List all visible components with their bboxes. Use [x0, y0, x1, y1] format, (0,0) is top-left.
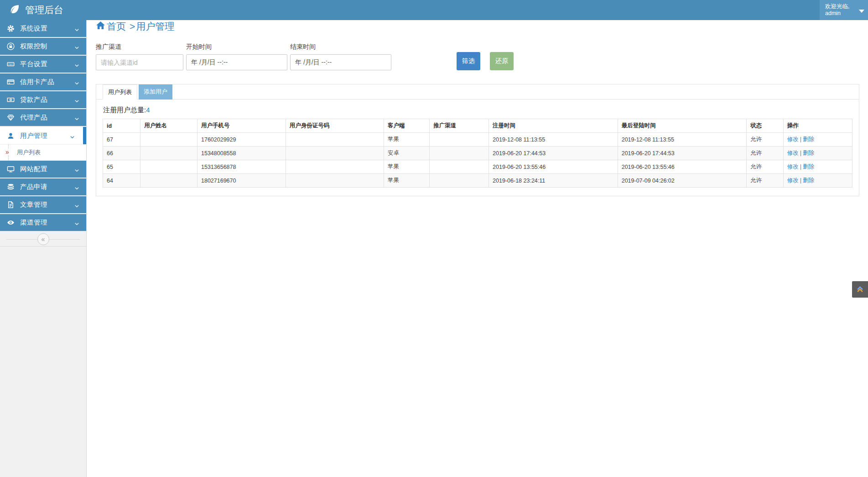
scroll-top-button[interactable]	[852, 281, 868, 298]
edit-link[interactable]: 修改	[787, 163, 799, 170]
table-row: 66 15348008558 安卓 2019-06-20 17:44:53 20…	[103, 147, 852, 160]
top-header: 管理后台 欢迎光临, admin	[0, 0, 868, 20]
gear-icon	[7, 25, 15, 32]
edit-link[interactable]: 修改	[787, 136, 799, 142]
chevron-down-icon	[74, 44, 79, 49]
sidebar-item-product-application[interactable]: 产品申请	[0, 178, 86, 196]
breadcrumb-current: 用户管理	[136, 20, 174, 33]
col-actions: 操作	[783, 119, 852, 133]
database-icon	[7, 183, 15, 191]
start-time-field-group: 开始时间	[186, 43, 287, 70]
tab-user-list[interactable]: 用户列表	[103, 84, 137, 100]
sidebar-collapse-strip: «	[0, 232, 86, 246]
chevron-down-icon	[74, 220, 79, 225]
user-icon	[7, 132, 15, 140]
sidebar: 系统设置 权限控制 平台设置 信用卡产品 贷款产品 代理产品	[0, 20, 87, 477]
leaf-logo-icon	[9, 4, 20, 17]
chevron-up-icon	[856, 284, 864, 295]
delete-link[interactable]: 删除	[803, 136, 814, 142]
brand: 管理后台	[0, 0, 63, 20]
sidebar-item-channel-management[interactable]: 渠道管理	[0, 214, 86, 232]
sidebar-subitem-user-list[interactable]: » 用户列表	[0, 145, 86, 161]
active-item-indicator	[83, 127, 86, 144]
delete-link[interactable]: 删除	[803, 163, 814, 170]
edit-link[interactable]: 修改	[787, 150, 799, 156]
col-status: 状态	[747, 119, 784, 133]
reset-button[interactable]: 还原	[490, 52, 514, 70]
table-header-row: id 用户姓名 用户手机号 用户身份证号码 客户端 推广渠道 注册时间 最后登陆…	[103, 119, 852, 133]
channel-input[interactable]	[96, 54, 183, 70]
breadcrumb-home-link[interactable]: 首页	[107, 20, 126, 33]
user-menu[interactable]: 欢迎光临, admin	[820, 0, 868, 20]
delete-link[interactable]: 删除	[803, 177, 814, 183]
tab-strip: 用户列表 添加用户	[96, 84, 859, 100]
chevron-down-icon	[74, 115, 79, 120]
username: admin	[825, 10, 859, 17]
filter-button[interactable]: 筛选	[457, 52, 480, 70]
end-time-field-group: 结束时间	[290, 43, 391, 70]
chevron-down-icon	[74, 167, 79, 172]
chevron-down-icon	[74, 26, 79, 31]
credit-card-icon	[7, 78, 15, 86]
breadcrumb: 首页 > 用户管理	[96, 20, 868, 33]
tab-add-user[interactable]: 添加用户	[139, 84, 172, 100]
sidebar-collapse-button[interactable]: «	[37, 233, 49, 245]
app-title: 管理后台	[25, 4, 63, 16]
users-table: id 用户姓名 用户手机号 用户身份证号码 客户端 推广渠道 注册时间 最后登陆…	[103, 119, 852, 188]
home-icon[interactable]	[96, 21, 107, 32]
sidebar-item-user-management[interactable]: 用户管理	[0, 127, 86, 145]
start-time-label: 开始时间	[186, 43, 287, 51]
registered-users-summary: 注册用户总量:4	[103, 106, 852, 115]
end-time-input[interactable]	[290, 54, 391, 70]
col-idcard: 用户身份证号码	[286, 119, 384, 133]
user-panel: 用户列表 添加用户 注册用户总量:4 id 用户姓名 用户手机号 用户身份证号码…	[96, 84, 859, 196]
summary-label: 注册用户总量:	[103, 106, 146, 114]
summary-count: 4	[146, 106, 150, 114]
panel-body: 注册用户总量:4 id 用户姓名 用户手机号 用户身份证号码 客户端 推广渠道 …	[96, 100, 859, 196]
end-time-label: 结束时间	[290, 43, 391, 51]
lock-icon	[7, 42, 15, 50]
chevron-down-icon	[70, 133, 75, 138]
sidebar-item-website-config[interactable]: 网站配置	[0, 161, 86, 178]
banknote-icon	[7, 96, 15, 104]
submenu-label: 用户列表	[17, 148, 41, 157]
col-phone: 用户手机号	[198, 119, 286, 133]
col-id: id	[103, 119, 140, 133]
main-content: 首页 > 用户管理 推广渠道 开始时间 结束时间 筛选 还原 用户列表 添加用户…	[87, 20, 868, 477]
col-last-login: 最后登陆时间	[618, 119, 747, 133]
delete-link[interactable]: 删除	[803, 150, 814, 156]
sidebar-item-system-settings[interactable]: 系统设置	[0, 20, 86, 38]
chevron-down-icon	[74, 184, 79, 189]
col-reg-time: 注册时间	[489, 119, 618, 133]
chevron-down-icon	[74, 202, 79, 207]
table-row: 65 15313656878 苹果 2019-06-20 13:55:46 20…	[103, 160, 852, 174]
edit-link[interactable]: 修改	[787, 177, 799, 183]
table-row: 64 18027169670 苹果 2019-06-18 23:24:11 20…	[103, 174, 852, 188]
monitor-icon	[7, 165, 15, 173]
table-row: 67 17602029929 苹果 2019-12-08 11:13:55 20…	[103, 133, 852, 147]
sidebar-item-agent-products[interactable]: 代理产品	[0, 109, 86, 127]
keyboard-icon	[7, 60, 15, 68]
document-icon	[7, 201, 15, 209]
caret-down-icon	[859, 10, 864, 13]
breadcrumb-separator: >	[130, 21, 135, 32]
col-client: 客户端	[384, 119, 430, 133]
double-arrow-icon: »	[5, 149, 9, 155]
sidebar-item-loan-products[interactable]: 贷款产品	[0, 91, 86, 109]
col-channel: 推广渠道	[430, 119, 489, 133]
sidebar-item-credit-card-products[interactable]: 信用卡产品	[0, 73, 86, 91]
sidebar-item-platform-settings[interactable]: 平台设置	[0, 56, 86, 73]
col-name: 用户姓名	[140, 119, 198, 133]
diamond-icon	[7, 114, 15, 121]
start-time-input[interactable]	[186, 54, 287, 70]
chevron-down-icon	[74, 62, 79, 67]
chevron-down-icon	[74, 79, 79, 84]
eye-icon	[7, 219, 15, 226]
welcome-text: 欢迎光临,	[825, 3, 859, 10]
filter-bar: 推广渠道 开始时间 结束时间 筛选 还原	[96, 43, 868, 70]
sidebar-item-permission-control[interactable]: 权限控制	[0, 38, 86, 56]
channel-field-group: 推广渠道	[96, 43, 183, 70]
chevron-down-icon	[74, 97, 79, 102]
sidebar-item-article-management[interactable]: 文章管理	[0, 196, 86, 214]
channel-label: 推广渠道	[96, 43, 183, 51]
